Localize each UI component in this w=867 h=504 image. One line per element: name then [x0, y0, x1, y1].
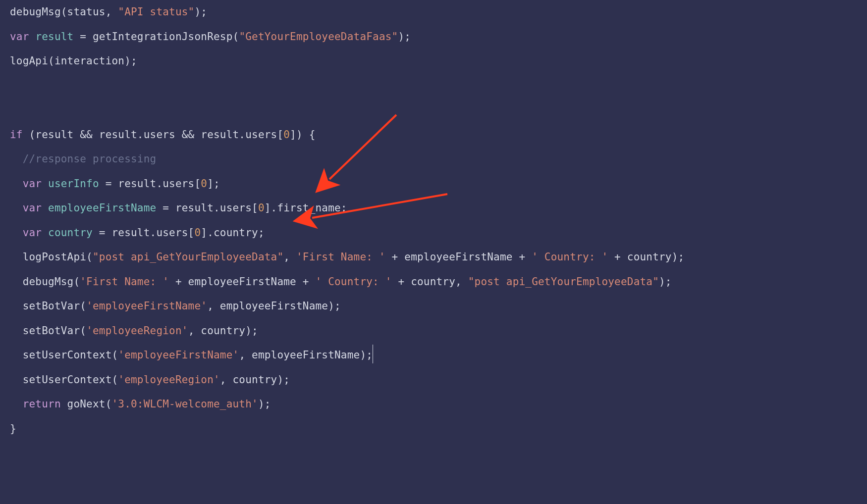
code-line: var [23, 202, 42, 214]
code-line: if [10, 129, 23, 141]
code-line: return [23, 398, 61, 410]
code-line: setBotVar( [23, 300, 86, 312]
code-editor-content: debugMsg(status, "API status"); var resu… [0, 0, 867, 441]
code-line: debugMsg [10, 6, 61, 18]
code-line: setUserContext( [23, 374, 118, 386]
code-line: logApi [10, 55, 48, 67]
code-line: logPostApi( [23, 251, 93, 263]
code-line: var [23, 227, 42, 239]
code-line: } [10, 423, 16, 435]
code-line: debugMsg( [23, 276, 80, 288]
text-cursor [373, 345, 373, 363]
code-line: var [10, 31, 29, 43]
code-line: setUserContext( [23, 349, 118, 361]
code-line: setBotVar( [23, 325, 86, 337]
code-comment: //response processing [23, 153, 157, 165]
code-line: var [23, 178, 42, 190]
